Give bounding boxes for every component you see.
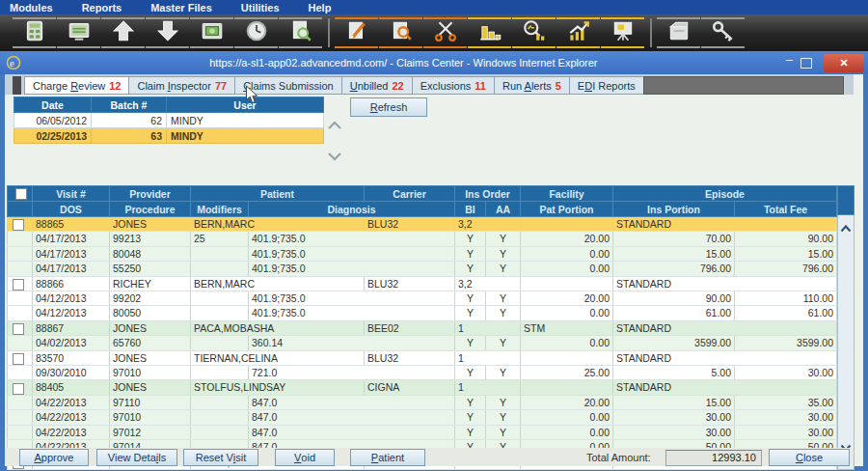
visit-row-88405[interactable]: 88405JONESSTOLFUS,LINDSAYCIGNA1STANDARD: [8, 380, 837, 395]
minimize-button[interactable]: –: [786, 55, 793, 70]
tab-edi-reports[interactable]: EDI Reports: [569, 76, 644, 95]
claims-column-header[interactable]: BI: [455, 202, 486, 217]
diagnosis: 401.9;735.0: [249, 246, 455, 261]
batch-column-header[interactable]: Date: [14, 97, 92, 113]
menu-utilities[interactable]: Utilities: [241, 2, 280, 14]
diagnosis: 721.0: [249, 366, 455, 380]
menu-reports[interactable]: Reports: [82, 2, 122, 14]
claims-column-header[interactable]: Episode: [613, 186, 837, 202]
charge-row[interactable]: 04/12/201399202401.9;735.0YY20.0090.0011…: [8, 291, 837, 306]
visit-checkbox[interactable]: [13, 353, 24, 365]
toolbar-button-claim-tools[interactable]: [423, 17, 467, 48]
menu-master-files[interactable]: Master Files: [150, 2, 212, 14]
toolbar-button-presentation[interactable]: [601, 17, 644, 48]
visit-checkbox[interactable]: [13, 279, 24, 291]
charge-row[interactable]: 09/30/201097010721.0YY25.005.0030.00: [8, 366, 837, 380]
claims-column-header[interactable]: [8, 202, 33, 217]
charge-row[interactable]: 04/17/201355250401.9;735.0YY0.00796.0079…: [8, 262, 837, 276]
total-fee: 30.00: [735, 425, 837, 439]
charge-row[interactable]: 04/02/201365760360.14YY0.003599.003599.0…: [8, 336, 837, 350]
claims-column-header[interactable]: Modifiers: [191, 202, 249, 217]
claims-column-header[interactable]: Pat Portion: [521, 202, 613, 217]
void-button[interactable]: Void: [275, 449, 335, 466]
dos: 09/30/2010: [33, 366, 110, 380]
toolbar-button-ledger[interactable]: [57, 17, 100, 48]
claims-column-header[interactable]: Visit #: [33, 186, 110, 202]
menu-help[interactable]: Help: [309, 2, 332, 14]
approve-button[interactable]: Approve: [19, 449, 89, 466]
dos: 04/22/2013: [33, 425, 110, 439]
tab-exclusions[interactable]: Exclusions11: [412, 76, 495, 95]
episode: STANDARD: [613, 380, 837, 395]
resetvisit-button[interactable]: Reset Visit: [183, 449, 258, 466]
toolbar-button-clock[interactable]: [234, 17, 278, 48]
facility: [521, 276, 613, 291]
charge-row[interactable]: 04/22/201397010847.0YY0.0030.0030.00: [8, 410, 837, 425]
claims-column-header[interactable]: Provider: [110, 186, 191, 202]
batch-column-header[interactable]: Batch #: [92, 97, 167, 113]
select-all-checkbox[interactable]: [15, 188, 27, 200]
bi-flag: Y: [455, 336, 486, 350]
batch-row[interactable]: 02/25/201363MINDY: [14, 128, 324, 144]
claims-column-header[interactable]: [8, 186, 33, 202]
toolbar-button-document-search[interactable]: [279, 17, 322, 48]
scrollbar-track[interactable]: [837, 215, 854, 470]
close-window-button[interactable]: ✕: [824, 54, 864, 72]
toolbar-button-arrow-up[interactable]: [101, 17, 145, 48]
claims-column-header[interactable]: DOS: [33, 202, 110, 217]
bi-flag: Y: [455, 410, 486, 425]
visit-checkbox[interactable]: [13, 383, 24, 395]
tab-claim-inspector[interactable]: Claim Inspector77: [128, 76, 235, 95]
visit-row-88867[interactable]: 88867JONESPACA,MOBASHABEE021STMSTANDARD: [8, 320, 837, 335]
close-button[interactable]: Close: [769, 449, 850, 466]
charge-row[interactable]: 04/12/201380050401.9;735.0YY0.0061.0061.…: [8, 306, 837, 320]
claims-column-header[interactable]: AA: [486, 202, 521, 217]
visit-row-83570[interactable]: 83570JONESTIERNAN,CELINABLU321STANDARD: [8, 350, 837, 365]
ins-portion: 90.00: [613, 291, 735, 306]
tab-charge-review[interactable]: Charge Review12: [24, 76, 129, 95]
charge-row[interactable]: 04/22/201397012847.0YY0.0030.0030.00: [8, 425, 837, 439]
scroll-up-icon[interactable]: [840, 219, 852, 236]
toolbar-button-bar-chart[interactable]: [468, 17, 511, 48]
batch-row[interactable]: 06/05/201262MINDY: [14, 113, 324, 128]
modifiers: [191, 291, 249, 306]
toolbar-button-report-search[interactable]: [512, 17, 556, 48]
viewdetails-button[interactable]: View Details: [96, 449, 177, 466]
tab-unbilled[interactable]: Unbilled22: [341, 76, 413, 95]
ins-portion: 70.00: [613, 232, 735, 246]
toolbar-button-claim-edit[interactable]: [335, 17, 378, 48]
visit-checkbox[interactable]: [13, 323, 24, 335]
claims-column-header[interactable]: Procedure: [110, 202, 191, 217]
visit-checkbox[interactable]: [13, 219, 24, 231]
visit-row-88866[interactable]: 88866RICHEYBERN,MARCBLU323,2STANDARD: [8, 276, 837, 291]
toolbar-button-calculator[interactable]: [13, 17, 56, 48]
charge-row[interactable]: 04/22/201397110847.0YY20.0015.0035.00: [8, 395, 837, 409]
toolbar-button-trend-chart[interactable]: [556, 17, 600, 48]
vertical-scrollbar[interactable]: [837, 185, 854, 470]
maximize-button[interactable]: [800, 58, 812, 69]
claims-column-header[interactable]: Total Fee: [735, 202, 837, 217]
charge-row[interactable]: 04/17/20139921325401.9;735.0YY20.0070.00…: [8, 232, 837, 246]
key-icon: [711, 19, 736, 46]
toolbar-button-arrow-down[interactable]: [146, 17, 189, 48]
batch-scroll-up-icon[interactable]: [325, 120, 344, 131]
batch-scroll-down-icon[interactable]: [325, 151, 344, 162]
charge-row[interactable]: 04/17/201380048401.9;735.0YY0.0015.0015.…: [8, 246, 837, 261]
diagnosis: 360.14: [249, 336, 455, 350]
toolbar-button-claim-inspect[interactable]: [379, 17, 422, 48]
toolbar-button-archive[interactable]: [657, 17, 700, 48]
claims-column-header[interactable]: Diagnosis: [249, 202, 455, 217]
claims-column-header[interactable]: Facility: [521, 186, 613, 202]
claims-column-header[interactable]: Carrier: [365, 186, 455, 202]
claims-column-header[interactable]: Ins Order: [455, 186, 521, 202]
claims-column-header[interactable]: Ins Portion: [613, 202, 735, 217]
refresh-button[interactable]: Refresh: [350, 97, 427, 117]
toolbar-button-payment[interactable]: [190, 17, 233, 48]
visit-row-88865[interactable]: 88865JONESBERN,MARCBLU323,2STANDARD: [8, 217, 837, 232]
claims-column-header[interactable]: Patient: [191, 186, 365, 202]
total-fee: 61.00: [735, 306, 837, 320]
tab-run-alerts[interactable]: Run Alerts5: [494, 76, 570, 95]
menu-modules[interactable]: Modules: [10, 2, 53, 14]
toolbar-button-key[interactable]: [701, 17, 745, 48]
patient-button[interactable]: Patient: [350, 449, 425, 466]
